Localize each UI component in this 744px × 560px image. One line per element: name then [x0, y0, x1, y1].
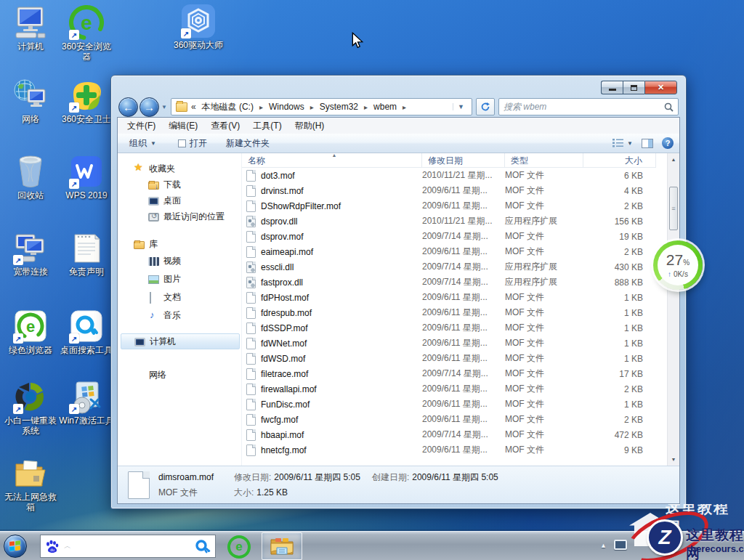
file-rows: dot3.mof 2010/11/21 星期... MOF 文件 6 KB dr…: [242, 168, 667, 466]
column-header-name[interactable]: ▲名称: [242, 153, 422, 168]
breadcrumb-item[interactable]: Windows: [267, 100, 306, 113]
file-row[interactable]: fastprox.dll 2009/7/14 星期... 应用程序扩展 888 …: [242, 275, 667, 290]
file-row[interactable]: eaimeapi.mof 2009/6/11 星期... MOF 文件 2 KB: [242, 244, 667, 259]
refresh-button[interactable]: [476, 98, 495, 115]
file-row[interactable]: hbaapi.mof 2009/7/14 星期... MOF 文件 472 KB: [242, 427, 667, 442]
nav-documents[interactable]: 文档: [118, 288, 241, 307]
taskbar-explorer-button[interactable]: [262, 532, 302, 560]
file-row[interactable]: firewallapi.mof 2009/6/11 星期... MOF 文件 2…: [242, 381, 667, 397]
shortcut-arrow-icon: [69, 30, 79, 40]
file-row[interactable]: DShowRdpFilter.mof 2009/6/11 星期... MOF 文…: [242, 198, 667, 214]
menu-item[interactable]: 工具(T): [246, 118, 288, 134]
organize-button[interactable]: 组织 ▼: [124, 134, 162, 153]
file-row[interactable]: dot3.mof 2010/11/21 星期... MOF 文件 6 KB: [242, 168, 667, 183]
desktop-icon-win7-activator[interactable]: Win7激活工具: [57, 378, 116, 426]
change-view-button[interactable]: ▼: [612, 138, 633, 148]
taskbar-search-box[interactable]: du ︿: [40, 535, 216, 558]
nav-music[interactable]: 音乐: [118, 307, 241, 325]
documents-icon: [150, 292, 151, 304]
file-row[interactable]: fdPHost.mof 2009/6/11 星期... MOF 文件 1 KB: [242, 290, 667, 305]
nav-favorites[interactable]: 收藏夹: [118, 161, 241, 176]
nav-desktop[interactable]: 桌面: [118, 192, 241, 208]
speed-monitor-widget[interactable]: 27% ↑ 0K/s: [653, 240, 703, 290]
address-dropdown-icon[interactable]: ▼: [453, 103, 469, 110]
file-row[interactable]: fdSSDP.mof 2009/6/11 星期... MOF 文件 1 KB: [242, 320, 667, 336]
vertical-scrollbar[interactable]: ▲ ▼: [667, 153, 679, 466]
preview-pane-button[interactable]: [642, 139, 653, 148]
file-row[interactable]: esscli.dll 2009/7/14 星期... 应用程序扩展 430 KB: [242, 259, 667, 275]
nav-computer[interactable]: 计算机: [121, 333, 240, 349]
nav-downloads[interactable]: 下载: [118, 176, 241, 192]
file-size: 6 KB: [583, 171, 656, 181]
taskbar-green-browser-button[interactable]: e: [227, 535, 251, 559]
minimize-button[interactable]: [601, 81, 623, 94]
menu-item[interactable]: 文件(F): [121, 118, 162, 134]
desktop-icon-computer[interactable]: 计算机: [1, 4, 60, 52]
desktop-icon-disclaimer[interactable]: 免责声明: [57, 230, 116, 277]
breadcrumb-separator-icon[interactable]: ▸: [255, 103, 267, 111]
file-row[interactable]: fdWNet.mof 2009/6/11 星期... MOF 文件 1 KB: [242, 336, 667, 351]
desktop-icon-recycle-bin[interactable]: 回收站: [1, 153, 60, 200]
scrollbar-thumb[interactable]: [669, 187, 678, 230]
breadcrumb-overflow[interactable]: «: [191, 102, 196, 112]
window-titlebar[interactable]: ✕: [117, 76, 680, 97]
forward-button[interactable]: →: [140, 97, 159, 117]
scroll-up-icon[interactable]: ▲: [668, 154, 679, 165]
file-row[interactable]: dsprov.dll 2010/11/21 星期... 应用程序扩展 156 K…: [242, 214, 667, 229]
nav-network[interactable]: 网络: [118, 367, 241, 383]
column-header-type[interactable]: 类型: [505, 153, 583, 168]
file-row[interactable]: drvinst.mof 2009/6/11 星期... MOF 文件 4 KB: [242, 183, 667, 198]
desktop-icon-reinstall-system[interactable]: 小白一键重装系统: [1, 378, 60, 436]
tray-expand-icon[interactable]: ▲: [600, 542, 607, 549]
nav-libraries[interactable]: 库: [118, 236, 241, 252]
breadcrumb-separator-icon[interactable]: ▸: [398, 103, 411, 111]
menu-item[interactable]: 查看(V): [204, 118, 246, 134]
chevron-up-icon[interactable]: ︿: [64, 541, 71, 551]
desktop-icon-green-browser[interactable]: e 绿色浏览器: [1, 308, 60, 355]
desktop-icon-360-browser[interactable]: e 360安全浏览器: [57, 4, 116, 62]
maximize-button[interactable]: [623, 81, 644, 94]
start-button[interactable]: [4, 535, 27, 558]
taskbar-search-input[interactable]: [76, 541, 190, 552]
scroll-down-icon[interactable]: ▼: [668, 454, 679, 465]
network-icon: [12, 77, 49, 113]
breadcrumb-item[interactable]: System32: [318, 100, 360, 113]
back-button[interactable]: ←: [118, 97, 138, 117]
new-folder-button[interactable]: 新建文件夹: [220, 134, 275, 153]
file-row[interactable]: dsprov.mof 2009/7/14 星期... MOF 文件 19 KB: [242, 229, 667, 244]
search-box[interactable]: [498, 98, 679, 115]
file-date: 2009/6/11 星期...: [422, 307, 505, 319]
breadcrumb-item[interactable]: 本地磁盘 (C:): [201, 100, 255, 115]
desktop-icon-360-driver[interactable]: 360驱动大师: [168, 3, 229, 50]
desktop-icon-desktop-search[interactable]: 桌面搜索工具: [57, 308, 116, 355]
breadcrumb-item[interactable]: wbem: [372, 100, 398, 113]
file-row[interactable]: hnetcfg.mof 2009/6/11 星期... MOF 文件 9 KB: [242, 442, 667, 458]
nav-recent-places[interactable]: 最近访问的位置: [118, 208, 241, 224]
column-header-size[interactable]: 大小: [583, 153, 656, 168]
file-row[interactable]: filetrace.mof 2009/7/14 星期... MOF 文件 17 …: [242, 366, 667, 381]
column-header-date[interactable]: 修改日期: [422, 153, 505, 168]
address-bar[interactable]: « 本地磁盘 (C:)▸ Windows▸ System32▸ wbem▸ ▼: [171, 98, 472, 115]
help-button[interactable]: ?: [662, 137, 674, 149]
menu-item[interactable]: 编辑(E): [162, 118, 204, 134]
open-button[interactable]: 打开: [172, 134, 213, 153]
desktop-icon-broadband[interactable]: 宽带连接: [1, 230, 60, 277]
file-row[interactable]: fdrespub.mof 2009/6/11 星期... MOF 文件 1 KB: [242, 305, 667, 320]
file-row[interactable]: fdWSD.mof 2009/6/11 星期... MOF 文件 1 KB: [242, 351, 667, 366]
desktop-icon-wps[interactable]: WPS 2019: [57, 153, 116, 200]
nav-videos[interactable]: 视频: [118, 252, 241, 270]
file-row[interactable]: fwcfg.mof 2009/6/11 星期... MOF 文件 2 KB: [242, 412, 667, 427]
desktop-icon-rescue-folder[interactable]: 无法上网急救箱: [1, 455, 60, 512]
file-row[interactable]: FunDisc.mof 2009/6/11 星期... MOF 文件 1 KB: [242, 397, 667, 412]
nav-pictures[interactable]: 图片: [118, 270, 241, 288]
file-size: 1 KB: [583, 308, 656, 318]
search-input[interactable]: [504, 102, 664, 112]
desktop-icon-360-safe[interactable]: 360安全卫士: [57, 77, 116, 124]
breadcrumb-separator-icon[interactable]: ▸: [360, 103, 372, 111]
menu-item[interactable]: 帮助(H): [288, 118, 331, 134]
breadcrumb-separator-icon[interactable]: ▸: [306, 103, 318, 111]
svg-text:du: du: [50, 548, 54, 552]
recent-pages-dropdown-icon[interactable]: ▼: [161, 104, 167, 110]
close-button[interactable]: ✕: [644, 81, 677, 94]
desktop-icon-network[interactable]: 网络: [1, 77, 60, 124]
